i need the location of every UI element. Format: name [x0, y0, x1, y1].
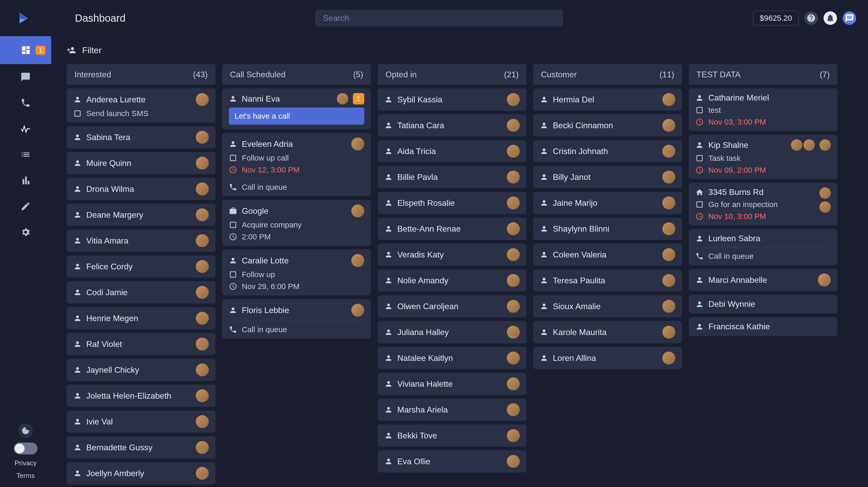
card-action[interactable]: Call in queue — [695, 252, 831, 261]
card[interactable]: Bernadette Gussy — [67, 436, 215, 459]
card-action[interactable]: Call in queue — [229, 325, 364, 334]
column-header[interactable]: TEST DATA (7) — [689, 64, 838, 85]
balance-display[interactable]: $9625.20 — [753, 10, 799, 26]
filter-button[interactable]: Filter — [82, 45, 102, 55]
divider — [229, 178, 364, 179]
card[interactable]: Codi Jamie — [67, 281, 215, 304]
card-sub: Task task — [695, 154, 815, 163]
card-name: Natalee Kaitlyn — [397, 353, 502, 363]
avatar — [662, 222, 675, 235]
notifications-button[interactable] — [824, 11, 837, 25]
column-header[interactable]: Opted in (21) — [378, 64, 526, 85]
column-opted-in: Opted in (21) Sybil KassiaTatiana CaraAi… — [378, 64, 526, 487]
avatar — [351, 138, 364, 150]
card[interactable]: Veradis Katy — [378, 244, 526, 266]
card[interactable]: Cristin Johnath — [533, 140, 682, 162]
card[interactable]: Eveleen AdriaFollow up callNov 12, 3:00 … — [222, 133, 371, 196]
card[interactable]: Ivie Val — [67, 410, 215, 433]
card[interactable]: Anderea LuretteSend launch SMS — [67, 88, 215, 122]
card[interactable]: Bekki Tove — [378, 425, 526, 447]
nav-list[interactable] — [13, 142, 38, 168]
avatar — [662, 145, 675, 158]
card-name: Coleen Valeria — [553, 250, 658, 260]
card[interactable]: Billie Pavla — [378, 166, 526, 188]
add-person-icon[interactable] — [67, 46, 76, 55]
card[interactable]: Viviana Halette — [378, 373, 526, 395]
search-input[interactable] — [315, 10, 563, 26]
card[interactable]: Juliana Halley — [378, 321, 526, 343]
card[interactable]: Eva Ollie — [378, 450, 526, 472]
card[interactable]: Deane Margery — [67, 204, 215, 226]
card[interactable]: Raf Violet — [67, 333, 215, 355]
nav-settings[interactable] — [13, 219, 38, 245]
card[interactable]: Sioux Amalie — [533, 295, 682, 317]
card[interactable]: Elspeth Rosalie — [378, 192, 526, 214]
nav-chat[interactable] — [13, 64, 38, 90]
theme-toggle[interactable] — [14, 442, 37, 454]
card[interactable]: Francisca Kathie — [689, 317, 838, 336]
card[interactable]: Drona Wilma — [67, 178, 215, 200]
card[interactable]: Nanni Eva1Let's have a call — [222, 88, 371, 129]
nav-activity[interactable] — [13, 116, 38, 142]
card[interactable]: GoogleAcquire company2:00 PM — [222, 200, 371, 246]
card-name: Eveleen Adria — [242, 139, 347, 149]
theme-icon — [18, 423, 33, 438]
card[interactable]: Catharine MerieltestNov 03, 3:00 PM — [689, 88, 838, 131]
card[interactable]: Tatiana Cara — [378, 114, 526, 137]
person-icon — [695, 94, 704, 102]
avatar — [351, 304, 364, 317]
card[interactable]: Henrie Megen — [67, 307, 215, 329]
card[interactable]: 3345 Burns RdGo for an inspectionNov 10,… — [689, 183, 838, 225]
column-header[interactable]: Call Scheduled (5) — [222, 64, 371, 85]
card[interactable]: Floris LebbieCall in queue — [222, 299, 371, 339]
column-count: (11) — [659, 70, 674, 79]
messages-button[interactable] — [843, 11, 856, 25]
card[interactable]: Becki Cinnamon — [533, 114, 682, 137]
person-icon — [695, 141, 704, 149]
privacy-link[interactable]: Privacy — [14, 459, 36, 467]
avatar — [818, 274, 831, 286]
card[interactable]: Joellyn Amberly — [67, 462, 215, 484]
card[interactable]: Shaylynn Blinni — [533, 218, 682, 240]
card[interactable]: Kip ShalneTask taskNov 09, 2:00 PM — [689, 135, 838, 179]
card[interactable]: Muire Quinn — [67, 152, 215, 174]
column-header[interactable]: Interested (43) — [67, 64, 215, 85]
card[interactable]: Jaynell Chicky — [67, 359, 215, 381]
card[interactable]: Nolie Amandy — [378, 269, 526, 292]
card[interactable]: Karole Maurita — [533, 321, 682, 343]
card[interactable]: Sabina Tera — [67, 126, 215, 148]
nav-edit[interactable] — [13, 193, 38, 219]
terms-link[interactable]: Terms — [17, 472, 35, 480]
nav-reports[interactable] — [13, 168, 38, 193]
card[interactable]: Joletta Helen-Elizabeth — [67, 384, 215, 407]
nav-dashboard[interactable]: 1 — [0, 36, 51, 64]
nav-calls[interactable] — [13, 90, 38, 116]
card[interactable]: Teresa Paulita — [533, 269, 682, 292]
card[interactable]: Debi Wynnie — [689, 295, 838, 314]
card[interactable]: Billy Janot — [533, 166, 682, 188]
card[interactable]: Hermia Del — [533, 88, 682, 111]
card[interactable]: Natalee Kaitlyn — [378, 347, 526, 369]
card[interactable]: Coleen Valeria — [533, 244, 682, 266]
person-icon — [73, 340, 82, 348]
avatar — [337, 93, 348, 105]
card[interactable]: Marci Annabelle — [689, 269, 838, 291]
card[interactable]: Marsha Ariela — [378, 399, 526, 421]
card[interactable]: Bette-Ann Renae — [378, 218, 526, 240]
card[interactable]: Aida Tricia — [378, 140, 526, 162]
card[interactable]: Loren Allina — [533, 347, 682, 369]
help-button[interactable] — [804, 11, 818, 25]
clock-icon — [695, 212, 704, 221]
card[interactable]: Jaine Marijo — [533, 192, 682, 214]
card[interactable]: Caralie LotteFollow upNov 29, 6:00 PM — [222, 250, 371, 295]
card[interactable]: Felice Cordy — [67, 255, 215, 278]
person-icon — [73, 133, 82, 141]
card[interactable]: Vitia Amara — [67, 230, 215, 252]
card[interactable]: Olwen Caroljean — [378, 295, 526, 317]
card[interactable]: Lurleen SabraCall in queue — [689, 229, 838, 265]
column-header[interactable]: Customer (11) — [533, 64, 682, 85]
card[interactable]: Sybil Kassia — [378, 88, 526, 111]
phone-icon — [229, 183, 237, 191]
card-action[interactable]: Call in queue — [229, 183, 364, 192]
avatar — [507, 93, 520, 106]
